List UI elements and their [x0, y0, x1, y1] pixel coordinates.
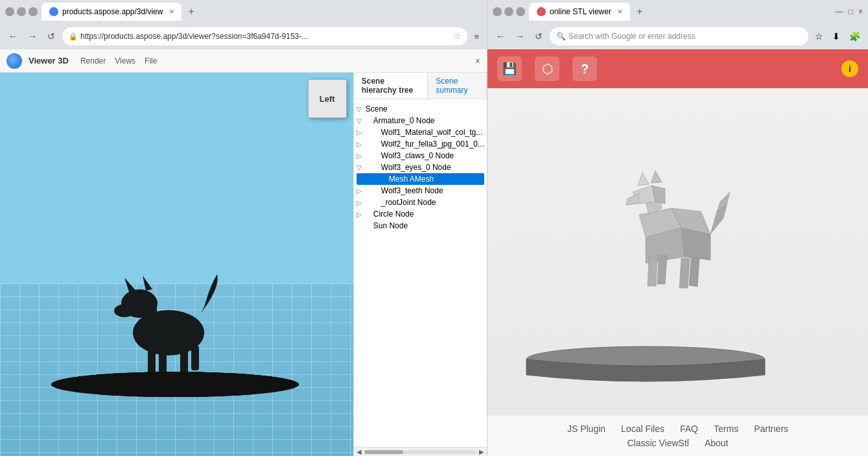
tree-arrow: ▽	[357, 106, 366, 113]
svg-rect-8	[180, 349, 188, 375]
right-new-tab-btn[interactable]: +	[633, 5, 646, 19]
tree-label: Wolf3_eyes_0 Node	[381, 163, 451, 172]
tree-item-wolf3eyes[interactable]: ▽ Wolf3_eyes_0 Node	[357, 162, 484, 173]
scroll-right-arrow[interactable]: ▶	[479, 448, 484, 455]
forward-btn[interactable]: →	[25, 30, 40, 43]
right-address-bar-row: ← → ↺ 🔍 Search with Google or enter addr…	[487, 23, 868, 49]
menu-views[interactable]: Views	[115, 56, 135, 66]
new-tab-btn[interactable]: +	[184, 5, 198, 19]
scroll-left-arrow[interactable]: ◀	[357, 448, 362, 455]
viewer-app-title: Viewer 3D	[29, 56, 69, 66]
tree-item-wolf2[interactable]: ▷ Wolf2_fur_fella3_jpg_001_0...	[357, 138, 484, 150]
viewer-content: Left Scene hierarchy tree Scene summary …	[0, 73, 487, 456]
stl-viewport[interactable]	[487, 88, 868, 415]
footer-link-faq[interactable]: FAQ	[680, 424, 698, 434]
footer-link-partners[interactable]: Partners	[754, 424, 788, 434]
cube-tool-btn[interactable]: ⬡	[535, 56, 559, 81]
scroll-track	[364, 450, 476, 454]
right-min-icon[interactable]: —	[836, 7, 843, 16]
r-extensions-icon[interactable]: 🧩	[847, 30, 863, 43]
viewer-logo	[6, 53, 22, 69]
svg-rect-7	[159, 349, 167, 374]
stl-footer: JS Plugin Local Files FAQ Terms Partners…	[487, 415, 868, 456]
r-back-btn[interactable]: ←	[493, 30, 508, 43]
active-tab[interactable]: products.aspose.app/3d/view ×	[41, 3, 182, 21]
footer-link-js-plugin[interactable]: JS Plugin	[567, 424, 605, 434]
right-close-icon[interactable]: ×	[858, 7, 863, 16]
right-address-bar[interactable]: 🔍 Search with Google or enter address	[550, 27, 808, 45]
address-bar-row: ← → ↺ 🔒 https://products.aspose.app/3d/v…	[0, 23, 487, 49]
tree-item-wolf3teeth[interactable]: ▷ Wolf3_teeth Node	[357, 185, 484, 197]
tree-label: Armature_0 Node	[373, 116, 435, 125]
search-icon: 🔍	[556, 32, 566, 41]
window-controls	[5, 7, 38, 16]
svg-marker-5	[143, 276, 152, 291]
menu-render[interactable]: Render	[80, 56, 106, 66]
svg-rect-6	[148, 349, 156, 375]
viewport-3d[interactable]: Left	[0, 73, 353, 456]
footer-link-local-files[interactable]: Local Files	[621, 424, 664, 434]
tree-item-wolf1[interactable]: ▷ Wolf1_Material_wolf_col_tg...	[357, 126, 484, 138]
r-downloads-icon[interactable]: ⬇	[830, 30, 843, 43]
tree-item-wolf3claws[interactable]: ▷ Wolf3_claws_0 Node	[357, 150, 484, 162]
save-tool-btn[interactable]: 💾	[497, 56, 522, 81]
info-icon: i	[849, 64, 851, 74]
tree-arrow: ▷	[357, 211, 366, 218]
help-tool-btn[interactable]: ?	[572, 56, 597, 81]
r-minimize-btn[interactable]	[493, 7, 502, 16]
maximize-btn[interactable]	[17, 7, 26, 16]
right-active-tab[interactable]: online STL viewer ×	[529, 3, 630, 21]
tree-label: Sun Node	[373, 221, 408, 230]
footer-link-classic[interactable]: Classic ViewStl	[627, 438, 688, 448]
right-max-icon[interactable]: □	[849, 7, 853, 16]
scene-tree[interactable]: ▽ Scene ▽ Armature_0 Node ▷ Wolf1_Materi…	[354, 99, 487, 447]
close-win-btn[interactable]	[29, 7, 38, 16]
tree-item-rootjoint[interactable]: ▷ _rootJoint Node	[357, 197, 484, 208]
tree-label: Wolf2_fur_fella3_jpg_001_0...	[381, 139, 484, 149]
browser-menu-btn[interactable]: ≡	[471, 30, 482, 43]
right-tab-close-btn[interactable]: ×	[618, 7, 622, 16]
r-close-btn[interactable]	[516, 7, 525, 16]
lock-icon: 🔒	[69, 32, 78, 41]
tree-item-armature[interactable]: ▽ Armature_0 Node	[357, 115, 484, 126]
tab-title: products.aspose.app/3d/view	[62, 7, 163, 16]
stl-toolbar: 💾 ⬡ ? i	[487, 49, 868, 88]
back-btn[interactable]: ←	[5, 30, 21, 43]
right-browser-window: online STL viewer × + — □ × ← → ↺ 🔍 Sear…	[487, 0, 868, 456]
address-text: https://products.aspose.app/3d/viewer?se…	[80, 32, 451, 41]
tree-label: _rootJoint Node	[381, 198, 436, 207]
tab-summary[interactable]: Scene summary	[428, 73, 487, 99]
tab-bar: products.aspose.app/3d/view × +	[41, 3, 482, 21]
save-icon: 💾	[502, 62, 517, 76]
tree-arrow: ▽	[357, 117, 366, 125]
tree-label: Scene	[366, 104, 388, 114]
tree-item-scene[interactable]: ▽ Scene	[357, 103, 484, 115]
bookmark-icon[interactable]: ☆	[454, 32, 461, 41]
tree-arrow: ▷	[357, 141, 366, 148]
tree-item-sun[interactable]: Sun Node	[357, 220, 484, 232]
viewer-close-btn[interactable]: ×	[475, 56, 480, 66]
info-tool-btn[interactable]: i	[841, 60, 858, 77]
footer-link-about[interactable]: About	[705, 438, 729, 448]
address-bar[interactable]: 🔒 https://products.aspose.app/3d/viewer?…	[62, 27, 467, 45]
left-browser-chrome: products.aspose.app/3d/view × +	[0, 0, 487, 23]
tree-label-selected: Mesh AMesh	[389, 174, 434, 184]
r-forward-btn[interactable]: →	[512, 30, 528, 43]
tree-arrow: ▽	[357, 164, 366, 171]
tree-item-circle[interactable]: ▷ Circle Node	[357, 208, 484, 220]
menu-file[interactable]: File	[145, 56, 157, 66]
scene-scrollbar[interactable]: ◀ ▶	[354, 447, 487, 456]
refresh-btn[interactable]: ↺	[44, 30, 58, 43]
tab-close-btn[interactable]: ×	[169, 7, 174, 16]
tab-hierarchy[interactable]: Scene hierarchy tree	[354, 73, 428, 99]
right-win-actions: — □ ×	[836, 7, 863, 16]
footer-link-terms[interactable]: Terms	[714, 424, 738, 434]
svg-marker-23	[657, 256, 667, 284]
r-maximize-btn[interactable]	[504, 7, 513, 16]
right-browser-chrome: online STL viewer × + — □ ×	[487, 0, 868, 23]
r-refresh-btn[interactable]: ↺	[532, 30, 546, 43]
right-address-text: Search with Google or enter address	[569, 32, 802, 41]
tree-item-mesh-amesh[interactable]: Mesh AMesh	[357, 173, 484, 185]
minimize-btn[interactable]	[5, 7, 14, 16]
r-bookmark-icon[interactable]: ☆	[812, 30, 826, 43]
